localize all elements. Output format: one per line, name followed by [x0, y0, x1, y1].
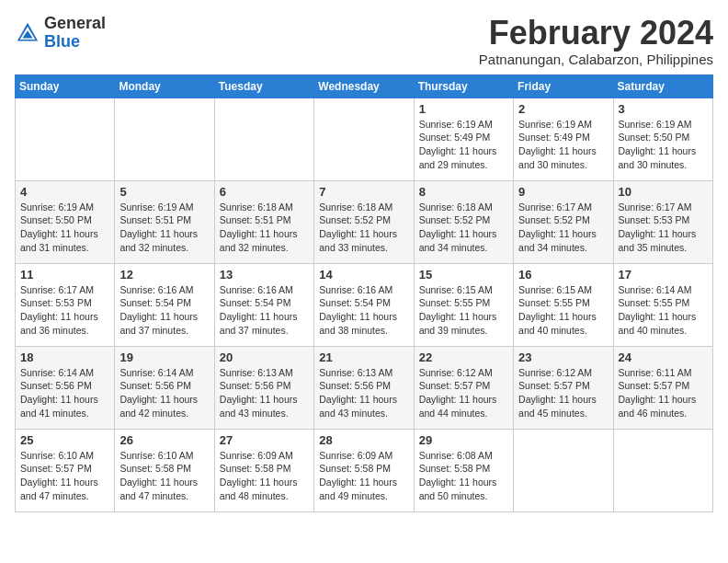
calendar-week-row: 1Sunrise: 6:19 AMSunset: 5:49 PMDaylight… — [16, 98, 713, 180]
calendar-day-cell — [214, 98, 313, 180]
calendar-day-cell: 18Sunrise: 6:14 AMSunset: 5:56 PMDayligh… — [16, 346, 115, 429]
calendar-day-cell — [314, 98, 414, 180]
day-number: 17 — [619, 268, 708, 282]
day-number: 15 — [419, 268, 508, 282]
day-number: 25 — [20, 433, 109, 447]
calendar-week-row: 25Sunrise: 6:10 AMSunset: 5:57 PMDayligh… — [16, 429, 713, 511]
calendar-day-cell: 4Sunrise: 6:19 AMSunset: 5:50 PMDaylight… — [16, 180, 115, 263]
day-info: Sunrise: 6:13 AMSunset: 5:56 PMDaylight:… — [319, 366, 408, 420]
day-number: 28 — [319, 433, 408, 447]
day-info: Sunrise: 6:19 AMSunset: 5:51 PMDaylight:… — [119, 201, 209, 255]
day-info: Sunrise: 6:19 AMSunset: 5:50 PMDaylight:… — [619, 118, 708, 172]
calendar-day-cell: 29Sunrise: 6:08 AMSunset: 5:58 PMDayligh… — [414, 429, 513, 511]
calendar-weekday-header: Wednesday — [314, 75, 414, 98]
day-info: Sunrise: 6:19 AMSunset: 5:50 PMDaylight:… — [20, 201, 109, 255]
calendar-day-cell: 8Sunrise: 6:18 AMSunset: 5:52 PMDaylight… — [414, 180, 513, 263]
day-info: Sunrise: 6:16 AMSunset: 5:54 PMDaylight:… — [119, 283, 209, 338]
logo-blue-text: Blue — [44, 32, 80, 51]
day-number: 10 — [619, 185, 708, 199]
calendar-day-cell — [514, 429, 613, 511]
day-info: Sunrise: 6:18 AMSunset: 5:51 PMDaylight:… — [220, 201, 309, 255]
location-subtitle: Patnanungan, Calabarzon, Philippines — [479, 52, 713, 67]
day-info: Sunrise: 6:16 AMSunset: 5:54 PMDaylight:… — [220, 283, 309, 338]
day-number: 6 — [220, 185, 309, 199]
calendar-day-cell: 16Sunrise: 6:15 AMSunset: 5:55 PMDayligh… — [514, 263, 613, 346]
calendar-day-cell: 24Sunrise: 6:11 AMSunset: 5:57 PMDayligh… — [613, 346, 712, 429]
day-info: Sunrise: 6:12 AMSunset: 5:57 PMDaylight:… — [518, 366, 608, 420]
calendar-day-cell: 3Sunrise: 6:19 AMSunset: 5:50 PMDaylight… — [613, 98, 712, 180]
day-info: Sunrise: 6:18 AMSunset: 5:52 PMDaylight:… — [319, 201, 408, 255]
day-info: Sunrise: 6:08 AMSunset: 5:58 PMDaylight:… — [419, 449, 508, 503]
day-number: 1 — [419, 102, 508, 116]
calendar-weekday-header: Tuesday — [214, 75, 313, 98]
calendar-day-cell: 28Sunrise: 6:09 AMSunset: 5:58 PMDayligh… — [314, 429, 414, 511]
day-info: Sunrise: 6:12 AMSunset: 5:57 PMDaylight:… — [419, 366, 508, 420]
logo: General Blue — [15, 15, 106, 52]
day-info: Sunrise: 6:10 AMSunset: 5:57 PMDaylight:… — [20, 449, 109, 503]
calendar-day-cell: 26Sunrise: 6:10 AMSunset: 5:58 PMDayligh… — [115, 429, 214, 511]
day-info: Sunrise: 6:15 AMSunset: 5:55 PMDaylight:… — [518, 283, 608, 338]
calendar-week-row: 18Sunrise: 6:14 AMSunset: 5:56 PMDayligh… — [16, 346, 713, 429]
day-number: 20 — [220, 350, 309, 364]
page-header: General Blue February 2024 Patnanungan, … — [15, 15, 713, 67]
day-number: 14 — [319, 268, 408, 282]
day-info: Sunrise: 6:16 AMSunset: 5:54 PMDaylight:… — [319, 283, 408, 338]
day-info: Sunrise: 6:14 AMSunset: 5:56 PMDaylight:… — [20, 366, 109, 420]
calendar-day-cell — [613, 429, 712, 511]
day-number: 22 — [419, 350, 508, 364]
day-info: Sunrise: 6:10 AMSunset: 5:58 PMDaylight:… — [119, 449, 209, 503]
day-number: 11 — [20, 268, 109, 282]
title-area: February 2024 Patnanungan, Calabarzon, P… — [479, 15, 713, 67]
day-number: 2 — [518, 102, 608, 116]
calendar-day-cell: 9Sunrise: 6:17 AMSunset: 5:52 PMDaylight… — [514, 180, 613, 263]
calendar-day-cell: 5Sunrise: 6:19 AMSunset: 5:51 PMDaylight… — [115, 180, 214, 263]
day-info: Sunrise: 6:18 AMSunset: 5:52 PMDaylight:… — [419, 201, 508, 255]
day-number: 5 — [119, 185, 209, 199]
logo-icon — [15, 20, 40, 46]
calendar-day-cell: 15Sunrise: 6:15 AMSunset: 5:55 PMDayligh… — [414, 263, 513, 346]
day-info: Sunrise: 6:19 AMSunset: 5:49 PMDaylight:… — [419, 118, 508, 172]
calendar-day-cell: 13Sunrise: 6:16 AMSunset: 5:54 PMDayligh… — [214, 263, 313, 346]
calendar-day-cell — [115, 98, 214, 180]
calendar-day-cell: 23Sunrise: 6:12 AMSunset: 5:57 PMDayligh… — [514, 346, 613, 429]
day-number: 21 — [319, 350, 408, 364]
day-number: 29 — [419, 433, 508, 447]
calendar-day-cell: 6Sunrise: 6:18 AMSunset: 5:51 PMDaylight… — [214, 180, 313, 263]
day-info: Sunrise: 6:19 AMSunset: 5:49 PMDaylight:… — [518, 118, 608, 172]
calendar-day-cell: 20Sunrise: 6:13 AMSunset: 5:56 PMDayligh… — [214, 346, 313, 429]
day-info: Sunrise: 6:11 AMSunset: 5:57 PMDaylight:… — [619, 366, 708, 420]
calendar-header-row: SundayMondayTuesdayWednesdayThursdayFrid… — [16, 75, 713, 98]
day-info: Sunrise: 6:09 AMSunset: 5:58 PMDaylight:… — [220, 449, 309, 503]
calendar-day-cell: 1Sunrise: 6:19 AMSunset: 5:49 PMDaylight… — [414, 98, 513, 180]
day-number: 8 — [419, 185, 508, 199]
day-info: Sunrise: 6:13 AMSunset: 5:56 PMDaylight:… — [220, 366, 309, 420]
day-number: 27 — [220, 433, 309, 447]
calendar-day-cell: 25Sunrise: 6:10 AMSunset: 5:57 PMDayligh… — [16, 429, 115, 511]
day-number: 19 — [119, 350, 209, 364]
day-number: 9 — [518, 185, 608, 199]
calendar-day-cell: 2Sunrise: 6:19 AMSunset: 5:49 PMDaylight… — [514, 98, 613, 180]
day-number: 3 — [619, 102, 708, 116]
day-number: 24 — [619, 350, 708, 364]
day-number: 26 — [119, 433, 209, 447]
day-info: Sunrise: 6:17 AMSunset: 5:53 PMDaylight:… — [619, 201, 708, 255]
calendar-day-cell: 10Sunrise: 6:17 AMSunset: 5:53 PMDayligh… — [613, 180, 712, 263]
month-year-title: February 2024 — [479, 15, 713, 52]
day-info: Sunrise: 6:15 AMSunset: 5:55 PMDaylight:… — [419, 283, 508, 338]
day-info: Sunrise: 6:17 AMSunset: 5:53 PMDaylight:… — [20, 283, 109, 338]
day-number: 18 — [20, 350, 109, 364]
day-info: Sunrise: 6:14 AMSunset: 5:55 PMDaylight:… — [619, 283, 708, 338]
calendar-weekday-header: Saturday — [613, 75, 712, 98]
calendar-weekday-header: Monday — [115, 75, 214, 98]
day-info: Sunrise: 6:09 AMSunset: 5:58 PMDaylight:… — [319, 449, 408, 503]
calendar-weekday-header: Sunday — [16, 75, 115, 98]
calendar-day-cell: 27Sunrise: 6:09 AMSunset: 5:58 PMDayligh… — [214, 429, 313, 511]
calendar-day-cell — [16, 98, 115, 180]
calendar-table: SundayMondayTuesdayWednesdayThursdayFrid… — [15, 75, 713, 512]
day-number: 4 — [20, 185, 109, 199]
day-number: 23 — [518, 350, 608, 364]
calendar-week-row: 11Sunrise: 6:17 AMSunset: 5:53 PMDayligh… — [16, 263, 713, 346]
calendar-day-cell: 19Sunrise: 6:14 AMSunset: 5:56 PMDayligh… — [115, 346, 214, 429]
day-number: 7 — [319, 185, 408, 199]
calendar-day-cell: 22Sunrise: 6:12 AMSunset: 5:57 PMDayligh… — [414, 346, 513, 429]
